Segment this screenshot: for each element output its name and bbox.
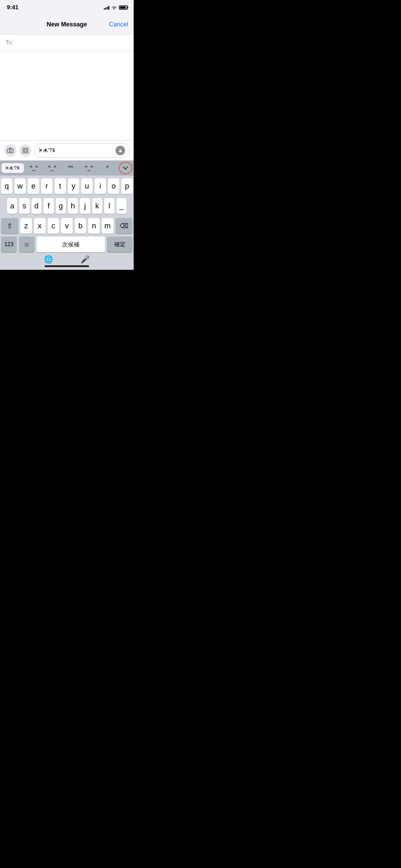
confirm-key[interactable]: 確定 <box>107 237 133 252</box>
chevron-down-icon <box>123 166 128 170</box>
key-row-1: q w e r t y u i o p <box>1 178 133 194</box>
signal-icon <box>104 5 110 10</box>
key-u[interactable]: u <box>81 178 93 194</box>
to-label: To: <box>5 39 13 46</box>
key-j[interactable]: j <box>80 198 90 214</box>
appstore-icon <box>22 147 29 154</box>
space-key[interactable]: 次候補 <box>37 237 105 252</box>
toolbar <box>0 140 134 160</box>
svg-rect-5 <box>26 151 28 153</box>
prediction-row: ᗒᗗᑊ?ᕒ ^_^ ^_^ ^^ ^_^ ^ <box>0 160 134 176</box>
key-l[interactable]: l <box>104 198 114 214</box>
prediction-item-1[interactable]: ^_^ <box>25 165 42 171</box>
emoji-suggestion[interactable]: ᗒᗗᑊ?ᕒ <box>1 163 24 173</box>
key-v[interactable]: v <box>61 218 73 234</box>
prediction-item-5[interactable]: ^ <box>99 165 116 171</box>
message-input[interactable] <box>39 147 113 154</box>
keyboard-keys: q w e r t y u i o p a s d f g h j k l _ … <box>0 176 134 235</box>
status-time: 9:41 <box>7 4 19 11</box>
message-input-wrap <box>34 143 130 158</box>
send-button[interactable] <box>116 146 125 155</box>
nav-title: New Message <box>47 21 87 28</box>
key-n[interactable]: n <box>88 218 100 234</box>
key-g[interactable]: g <box>56 198 66 214</box>
key-r[interactable]: r <box>41 178 52 194</box>
globe-icon[interactable]: 🌐 <box>44 255 53 264</box>
svg-point-1 <box>9 150 12 152</box>
svg-rect-2 <box>23 148 25 150</box>
wifi-icon <box>111 5 117 10</box>
mic-icon[interactable]: 🎤 <box>81 255 90 264</box>
key-q[interactable]: q <box>1 178 12 194</box>
prediction-items: ^_^ ^_^ ^^ ^_^ ^ <box>25 165 116 171</box>
appstore-button[interactable] <box>19 144 32 157</box>
prediction-item-2[interactable]: ^_^ <box>44 165 61 171</box>
cancel-button[interactable]: Cancel <box>109 21 128 28</box>
key-e[interactable]: e <box>28 178 39 194</box>
key-row-3: ⇧ z x c v b n m ⌫ <box>1 218 133 234</box>
keyboard-bottom-row: 123 ☺ 次候補 確定 <box>0 235 134 254</box>
num-key[interactable]: 123 <box>1 237 17 252</box>
home-area: 🌐 🎤 <box>0 254 134 265</box>
key-f[interactable]: f <box>44 198 53 214</box>
key-y[interactable]: y <box>68 178 79 194</box>
key-h[interactable]: h <box>68 198 78 214</box>
home-indicator <box>0 265 134 270</box>
key-c[interactable]: c <box>48 218 59 234</box>
send-icon <box>118 148 123 153</box>
delete-key[interactable]: ⌫ <box>116 218 133 234</box>
chevron-down-button[interactable] <box>119 162 132 174</box>
key-p[interactable]: p <box>121 178 133 194</box>
svg-rect-3 <box>26 148 28 150</box>
to-input[interactable] <box>15 39 128 46</box>
shift-key[interactable]: ⇧ <box>1 218 18 234</box>
key-s[interactable]: s <box>19 198 29 214</box>
key-d[interactable]: d <box>32 198 41 214</box>
key-z[interactable]: z <box>20 218 32 234</box>
to-field: To: <box>0 34 134 51</box>
battery-icon <box>119 5 127 10</box>
key-a[interactable]: a <box>7 198 17 214</box>
key-o[interactable]: o <box>108 178 119 194</box>
home-bar <box>45 265 89 267</box>
key-k[interactable]: k <box>92 198 102 214</box>
prediction-item-3[interactable]: ^^ <box>62 165 79 171</box>
key-underscore[interactable]: _ <box>117 198 126 214</box>
camera-button[interactable] <box>4 144 16 157</box>
emoji-key[interactable]: ☺ <box>19 237 35 252</box>
key-b[interactable]: b <box>75 218 86 234</box>
nav-bar: New Message Cancel <box>0 15 134 34</box>
key-i[interactable]: i <box>95 178 106 194</box>
prediction-item-4[interactable]: ^_^ <box>81 165 98 171</box>
status-icons <box>104 5 128 10</box>
status-bar: 9:41 <box>0 0 134 15</box>
key-row-2: a s d f g h j k l _ <box>1 198 133 214</box>
svg-rect-4 <box>23 151 25 153</box>
message-body[interactable] <box>0 51 134 140</box>
key-m[interactable]: m <box>102 218 113 234</box>
key-w[interactable]: w <box>14 178 26 194</box>
camera-icon <box>7 147 14 154</box>
key-x[interactable]: x <box>34 218 46 234</box>
key-t[interactable]: t <box>54 178 66 194</box>
